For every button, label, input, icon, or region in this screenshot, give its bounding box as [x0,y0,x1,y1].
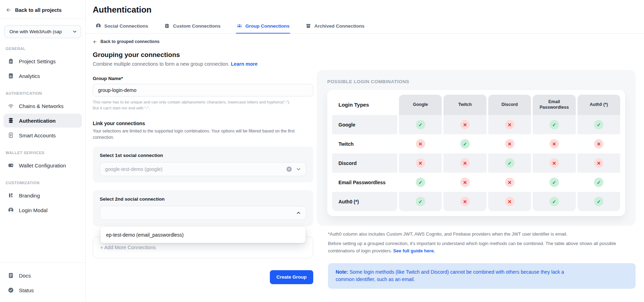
x-icon: ✕ [594,158,603,168]
combo-cell: ✓ [578,115,620,134]
combo-cell: ✕ [533,153,575,173]
sidebar-item-label: Authentication [19,118,56,124]
provider-column: Auth0 (*)✓✕✕✓✓ [578,95,620,211]
group-name-label: Group Name* [93,76,313,81]
x-icon: ✕ [460,158,470,168]
sidebar-item-login-modal[interactable]: Login Modal [4,203,82,217]
auth0-footnote: *Auth0 column also includes Custom JWT, … [328,231,636,237]
combo-cell: ✕ [399,134,442,153]
provider-column: Google✓✕✕✓✓ [399,95,442,211]
sidebar-item-wallet-configuration[interactable]: Wallet Configuration [4,158,82,172]
sidebar-item-authentication[interactable]: Authentication [4,114,82,128]
login-types-column: Login TypesGoogleTwitchDiscordEmail Pass… [332,95,397,211]
combo-cell: ✕ [488,134,531,153]
check-icon: ✓ [594,178,603,187]
sidebar-footer: Docs Status [0,263,85,302]
x-icon: ✕ [505,139,514,149]
full-guide-link[interactable]: See full guide here. [393,248,435,253]
check-icon: ✓ [550,120,559,129]
note-text: Some login methods (like Twitch and Disc… [336,269,564,282]
sidebar-item-status[interactable]: Status [4,283,82,297]
form-heading: Grouping your connections [93,51,313,59]
page-title: Authentication [86,0,644,15]
group-form: Back to grouped connections Grouping you… [93,35,313,284]
select1-label: Select 1st social connection [100,153,306,158]
row-label: Twitch [332,134,397,153]
combo-cell: ✓ [399,192,442,211]
combinations-table: Login TypesGoogleTwitchDiscordEmail Pass… [332,95,620,211]
x-icon: ✕ [550,139,559,149]
combo-cell: ✓ [443,134,486,153]
project-selector-value: One with Web3Auth (sap [9,29,72,34]
check-circle-icon [8,287,14,293]
sidebar-item-chains-networks[interactable]: Chains & Networks [4,99,82,113]
check-icon: ✓ [505,158,514,168]
row-label: Email Passwordless [332,173,397,192]
row-label: Google [332,115,397,134]
add-more-label: + Add More Connections [100,245,156,250]
sidebar-item-analytics[interactable]: Analytics [4,69,82,83]
chevron-up-icon [296,210,301,216]
section-label-wallet-services: WALLET SERVICES [6,151,80,155]
check-icon: ✓ [550,178,559,187]
combinations-table-card: Login TypesGoogleTwitchDiscordEmail Pass… [327,90,625,216]
check-icon: ✓ [460,139,470,149]
x-icon: ✕ [505,178,514,187]
back-to-projects-link[interactable]: Back to all projects [0,0,85,19]
tab-archived-connections[interactable]: Archived Connections [306,23,364,33]
combo-cell: ✕ [399,153,442,173]
first-connection-card: Select 1st social connection google-test… [93,146,313,182]
provider-column: Email Passwordless✓✕✕✓✓ [533,95,575,211]
section-label-general: GENERAL [6,46,80,51]
tab-bar: Social Connections Custom Connections Gr… [86,23,644,34]
select2-dropdown[interactable] [100,206,306,220]
tab-social-connections[interactable]: Social Connections [96,23,148,33]
analytics-icon [8,73,14,79]
row-label: Auth0 (*) [332,192,397,211]
tab-label: Custom Connections [173,23,220,29]
tab-label: Archived Connections [314,23,364,29]
link-connections-heading: Link your connections [93,121,313,126]
tab-group-connections[interactable]: Group Connections [237,23,289,33]
clear-icon[interactable] [286,166,292,172]
sidebar-item-branding[interactable]: Branding [4,188,82,202]
x-icon: ✕ [416,158,425,168]
check-icon: ✓ [550,197,559,206]
sidebar-item-label: Chains & Networks [19,103,64,109]
combinations-section: POSSIBLE LOGIN COMBINATIONS Login TypesG… [317,70,636,289]
combo-cell: ✕ [578,153,620,173]
combo-cell: ✓ [578,192,620,211]
select1-value: google-test-demo (google) [105,166,286,172]
dropdown-option-ep-test-demo[interactable]: ep-test-demo (email_passwordless) [100,227,306,243]
learn-more-link[interactable]: Learn more [231,61,258,67]
project-selector[interactable]: One with Web3Auth (sap [4,25,81,38]
group-name-helper: This name has to be unique and can only … [93,99,313,112]
select2-options-popup: ep-test-demo (email_passwordless) [100,227,306,243]
arrow-left-icon [93,39,97,44]
select1-dropdown[interactable]: google-test-demo (google) [100,162,306,176]
combo-cell: ✓ [399,115,442,134]
create-group-button[interactable]: Create Group [270,270,313,284]
sidebar-item-label: Status [19,287,34,293]
sidebar-item-label: Branding [19,193,40,199]
group-name-input[interactable] [93,84,313,96]
back-link-label: Back to grouped connections [100,39,160,44]
sidebar-item-label: Docs [19,273,31,279]
column-header: Discord [488,95,531,115]
form-subheading: Combine multiple connections to form a n… [93,61,313,67]
provider-column: Discord✕✕✓✕✕ [488,95,531,211]
tab-custom-connections[interactable]: Custom Connections [164,23,220,33]
sidebar-item-project-settings[interactable]: Project Settings [4,54,82,68]
sidebar-item-smart-accounts[interactable]: Smart Accounts [4,128,82,142]
row-label: Discord [332,153,397,173]
sidebar-item-docs[interactable]: Docs [4,268,82,282]
provider-column: Twitch✕✓✕✕✕ [443,95,486,211]
back-to-grouped-connections-link[interactable]: Back to grouped connections [93,39,313,44]
chevron-down-icon [72,29,77,34]
badge-icon [164,23,170,29]
check-icon: ✓ [416,197,425,206]
clipboard-icon [8,58,14,64]
combo-cell: ✓ [578,173,620,192]
combo-cell: ✕ [443,115,486,134]
combo-cell: ✓ [533,115,575,134]
